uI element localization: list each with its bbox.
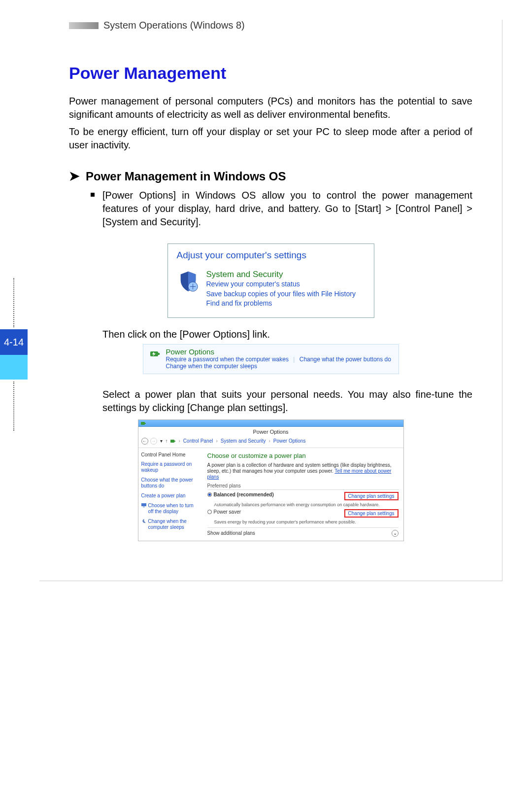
- forward-button[interactable]: →: [150, 438, 157, 445]
- select-paragraph: Select a power plan that suits your pers…: [102, 388, 472, 415]
- screenshot-control-panel-category: Adjust your computer's settings System a…: [167, 243, 374, 318]
- breadcrumb[interactable]: System and Security: [221, 438, 266, 444]
- then-paragraph: Then click on the [Power Options] link.: [102, 328, 472, 341]
- power-saver-radio[interactable]: [207, 510, 212, 514]
- breadcrumb[interactable]: Control Panel: [183, 438, 213, 444]
- battery-icon: [140, 420, 146, 426]
- computer-sleeps-link[interactable]: Change when the computer sleeps: [166, 363, 257, 370]
- change-plan-settings-link[interactable]: Change plan settings: [344, 509, 399, 518]
- intro-paragraph-1: Power management of personal computers (…: [69, 95, 472, 121]
- monitor-icon: [141, 503, 146, 508]
- chevron-right-icon: ➤: [69, 169, 80, 184]
- power-saver-desc: Saves energy by reducing your computer's…: [214, 520, 399, 524]
- screenshot-power-options-group: Power Options Require a password when th…: [143, 344, 399, 374]
- svg-rect-5: [170, 440, 174, 443]
- balanced-radio[interactable]: [207, 492, 212, 497]
- change-plan-settings-link[interactable]: Change plan settings: [344, 492, 399, 500]
- screenshot-power-options-window: Power Options ← → ▾ ↑ › Control Panel › …: [138, 419, 404, 541]
- window-titlebar: [138, 420, 403, 427]
- power-options-title[interactable]: Power Options: [166, 347, 391, 356]
- battery-icon: [148, 347, 161, 360]
- subheading-text: Power Management in Windows OS: [86, 170, 286, 183]
- separator: |: [290, 356, 298, 363]
- header-decoration: [69, 22, 99, 29]
- choose-plan-heading: Choose or customize a power plan: [207, 452, 399, 459]
- preferred-plans-label: Preferred plans: [207, 483, 399, 490]
- svg-rect-6: [174, 441, 175, 442]
- adjust-settings-heading: Adjust your computer's settings: [177, 250, 365, 261]
- window-title: Power Options: [138, 427, 403, 437]
- sidebar-power-buttons[interactable]: Choose what the power buttons do: [141, 477, 200, 489]
- control-panel-home-link[interactable]: Control Panel Home: [141, 452, 200, 457]
- svg-rect-8: [143, 507, 145, 507]
- back-button[interactable]: ←: [141, 438, 148, 445]
- document-page: System Operations (Windows 8) Power Mana…: [39, 20, 502, 581]
- svg-rect-4: [145, 423, 146, 424]
- find-fix-link[interactable]: Find and fix problems: [206, 299, 356, 309]
- require-password-link[interactable]: Require a password when the computer wak…: [166, 356, 289, 363]
- sidebar-require-password[interactable]: Require a password on wakeup: [141, 461, 200, 473]
- balanced-plan-desc: Automatically balances performance with …: [214, 502, 399, 507]
- intro-paragraph-2: To be energy efficient, turn off your di…: [69, 125, 472, 152]
- up-button[interactable]: ↑: [166, 438, 168, 444]
- bullet-square-icon: [91, 193, 95, 197]
- plan-description: A power plan is a collection of hardware…: [207, 462, 399, 480]
- header-text: System Operations (Windows 8): [103, 20, 245, 31]
- expand-icon[interactable]: ⌄: [392, 530, 399, 537]
- moon-icon: [141, 519, 146, 523]
- sidebar: Control Panel Home Require a password on…: [138, 448, 202, 541]
- dropdown-icon[interactable]: ▾: [159, 438, 164, 444]
- main-pane: Choose or customize a power plan A power…: [202, 448, 403, 541]
- battery-icon: [170, 438, 176, 444]
- balanced-plan-label: Balanced (recommended): [214, 492, 274, 497]
- page-tab: 4-14: [0, 276, 28, 433]
- breadcrumb[interactable]: Power Options: [273, 438, 306, 444]
- sidebar-create-plan[interactable]: Create a power plan: [141, 493, 200, 499]
- svg-rect-2: [158, 353, 160, 355]
- file-history-link[interactable]: Save backup copies of your files with Fi…: [206, 289, 356, 299]
- sidebar-turn-off-display[interactable]: Choose when to turn off the display: [148, 503, 200, 515]
- power-buttons-link[interactable]: Change what the power buttons do: [299, 356, 391, 363]
- system-security-link[interactable]: System and Security: [206, 270, 356, 279]
- bullet-item: [Power Options] in Windows OS allow you …: [69, 189, 472, 229]
- section-subheading: ➤ Power Management in Windows OS: [69, 169, 472, 184]
- sidebar-computer-sleeps[interactable]: Change when the computer sleeps: [148, 519, 200, 530]
- show-additional-plans[interactable]: Show additional plans: [207, 530, 255, 536]
- review-status-link[interactable]: Review your computer's status: [206, 279, 356, 289]
- address-bar: ← → ▾ ↑ › Control Panel › System and Sec…: [138, 437, 403, 448]
- power-saver-label: Power saver: [214, 509, 241, 515]
- shield-icon: [177, 270, 200, 292]
- page-title: Power Management: [69, 64, 472, 83]
- running-header: System Operations (Windows 8): [69, 20, 472, 34]
- bullet-text: [Power Options] in Windows OS allow you …: [102, 189, 472, 229]
- svg-rect-7: [141, 503, 146, 506]
- page-number: 4-14: [0, 329, 28, 355]
- svg-rect-3: [141, 422, 145, 425]
